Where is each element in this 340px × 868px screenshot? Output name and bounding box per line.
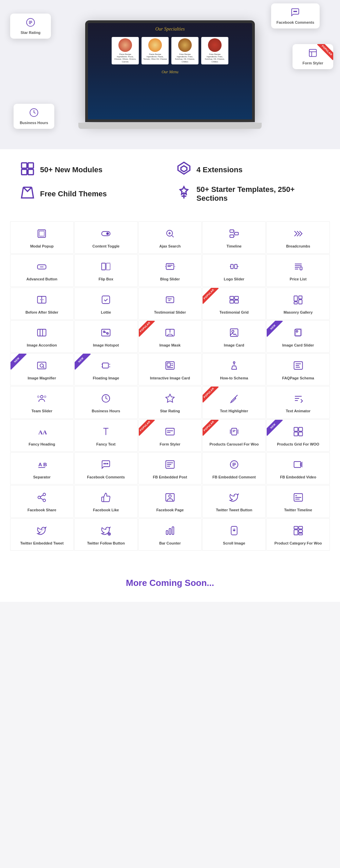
svg-point-58 (38, 396, 39, 398)
module-icon (270, 295, 326, 307)
module-icon (206, 229, 262, 241)
svg-rect-68 (299, 432, 302, 436)
svg-rect-86 (172, 527, 174, 534)
module-card-content-toggle[interactable]: Content Toggle (74, 221, 138, 254)
module-label: Scroll Image (206, 541, 262, 546)
food-label-3: Fries RecipeIngredients: Fries, Ketchup,… (173, 53, 197, 63)
module-card-image-mask[interactable]: POPULARImage Mask (138, 320, 202, 353)
module-icon (14, 526, 70, 538)
svg-rect-66 (299, 427, 302, 431)
module-card-twitter-tweet-button[interactable]: Twitter Tweet Button (202, 485, 266, 517)
svg-point-2 (295, 11, 296, 12)
module-card-image-magnifier[interactable]: NEWImage Magnifier (10, 353, 74, 386)
module-icon (270, 526, 326, 538)
module-card-image-accordion[interactable]: Image Accordion (10, 320, 74, 353)
badge-ribbon: POPULAR (139, 321, 156, 338)
module-card-products-grid-for-woo[interactable]: NEWProducts Grid For WOO (266, 419, 330, 452)
svg-marker-76 (300, 461, 303, 468)
module-card-products-carousel-for-woo[interactable]: POPULARProducts Carousel For Woo (202, 419, 266, 452)
module-card-form-styler[interactable]: POPULARForm Styler (138, 419, 202, 452)
module-card-facebook-page[interactable]: Facebook Page (138, 485, 202, 517)
module-card-price-list[interactable]: Price List (266, 254, 330, 287)
module-icon (78, 229, 134, 241)
badge-ribbon: NEW (11, 354, 27, 371)
module-card-ajax-search[interactable]: Ajax Search (138, 221, 202, 254)
badge-ribbon: POPULAR (203, 387, 220, 403)
module-card-scroll-image[interactable]: Scroll Image (202, 518, 266, 551)
module-card-advanced-button[interactable]: Advanced Button (10, 254, 74, 287)
module-card-how-to-schema[interactable]: How-to Schema (202, 353, 266, 386)
svg-point-72 (107, 463, 108, 464)
svg-rect-25 (234, 264, 237, 269)
module-card-testimonial-slider[interactable]: Testimonial Slider (138, 288, 202, 320)
svg-rect-13 (39, 231, 44, 236)
module-card-fb-embedded-video[interactable]: FB Embedded Video (266, 452, 330, 485)
module-card-twitter-timeline[interactable]: Twitter Timeline (266, 485, 330, 517)
module-card-facebook-comments[interactable]: Facebook Comments (74, 452, 138, 485)
module-icon (14, 261, 70, 274)
module-card-fancy-text[interactable]: Fancy Text (74, 419, 138, 452)
module-label: Masonry Gallery (270, 310, 326, 315)
screen-title2: Our Menu (162, 70, 178, 75)
module-card-lottie[interactable]: Lottie (74, 288, 138, 320)
module-card-faqpage-schema[interactable]: FAQPage Schema (266, 353, 330, 386)
module-card-star-rating[interactable]: Star Rating (138, 386, 202, 418)
screen-title1: Our Specialties (155, 26, 185, 32)
module-card-text-animator[interactable]: Text Animator (266, 386, 330, 418)
module-label: Testimonial Slider (142, 310, 198, 315)
svg-rect-91 (299, 530, 302, 532)
badge-ribbon: POPULAR (139, 420, 156, 437)
module-card-image-card-slider[interactable]: NEWImage Card Slider (266, 320, 330, 353)
module-label: Modal Popup (14, 244, 70, 249)
module-card-bar-counter[interactable]: Bar Counter (138, 518, 202, 551)
module-icon (270, 360, 326, 373)
module-card-image-card[interactable]: Image Card (202, 320, 266, 353)
module-card-interactive-image-card[interactable]: Interactive Image Card (138, 353, 202, 386)
module-card-fb-embedded-comment[interactable]: FB Embedded Comment (202, 452, 266, 485)
module-card-before-after-slider[interactable]: Before After Slider (10, 288, 74, 320)
svg-rect-34 (234, 300, 238, 303)
module-card-modal-popup[interactable]: Modal Popup (10, 221, 74, 254)
module-card-facebook-like[interactable]: Facebook Like (74, 485, 138, 517)
food-label-4: Fries RecipeIngredients: Fries, Ketchup,… (203, 53, 227, 63)
module-icon (78, 492, 134, 505)
svg-rect-29 (166, 297, 174, 303)
module-card-logo-slider[interactable]: Logo Slider (202, 254, 266, 287)
food-circle-1 (118, 38, 132, 52)
module-card-timeline[interactable]: Timeline (202, 221, 266, 254)
module-card-fb-embedded-post[interactable]: FB Embedded Post (138, 452, 202, 485)
module-icon (206, 328, 262, 340)
svg-marker-11 (181, 166, 187, 172)
food-label-2: Pasta RecipeIngredients: Pasta, Tomato, … (143, 53, 167, 61)
module-card-business-hours[interactable]: Business Hours (74, 386, 138, 418)
module-card-masonry-gallery[interactable]: Masonry Gallery (266, 288, 330, 320)
module-label: FB Embedded Post (142, 475, 198, 479)
svg-point-70 (104, 463, 105, 464)
module-label: Form Styler (142, 442, 198, 447)
svg-rect-31 (230, 296, 233, 299)
module-label: Facebook Share (14, 508, 70, 512)
module-card-twitter-embedded-tweet[interactable]: Twitter Embedded Tweet (10, 518, 74, 551)
module-card-floating-image[interactable]: NEWFloating Image (74, 353, 138, 386)
module-card-image-hotspot[interactable]: Image Hotspot (74, 320, 138, 353)
module-icon (270, 393, 326, 406)
module-label: FB Embedded Comment (206, 475, 262, 479)
module-card-fancy-heading[interactable]: AAFancy Heading (10, 419, 74, 452)
food-item: Pasta RecipeIngredients: Pasta, Tomato, … (141, 37, 169, 64)
module-card-team-slider[interactable]: Team Slider (10, 386, 74, 418)
module-card-text-highlighter[interactable]: POPULARText Highlighter (202, 386, 266, 418)
module-icon: A B (14, 459, 70, 472)
card-star-rating-label: Star Rating (16, 31, 45, 35)
stat-modules: 50+ New Modules (20, 161, 163, 178)
module-card-breadcrumbs[interactable]: Breadcrumbs (266, 221, 330, 254)
module-icon (142, 295, 198, 307)
svg-rect-53 (167, 363, 170, 367)
module-card-flip-box[interactable]: Flip Box (74, 254, 138, 287)
module-card-testimonial-grid[interactable]: POPULARTestimonial Grid (202, 288, 266, 320)
module-card-blog-slider[interactable]: Blog Slider (138, 254, 202, 287)
module-card-product-category-for-woo[interactable]: Product Category For Woo (266, 518, 330, 551)
module-card-twitter-follow-button[interactable]: Twitter Follow Button (74, 518, 138, 551)
svg-point-81 (169, 495, 171, 498)
module-card-separator[interactable]: A BSeparator (10, 452, 74, 485)
module-card-facebook-share[interactable]: Facebook Share (10, 485, 74, 517)
